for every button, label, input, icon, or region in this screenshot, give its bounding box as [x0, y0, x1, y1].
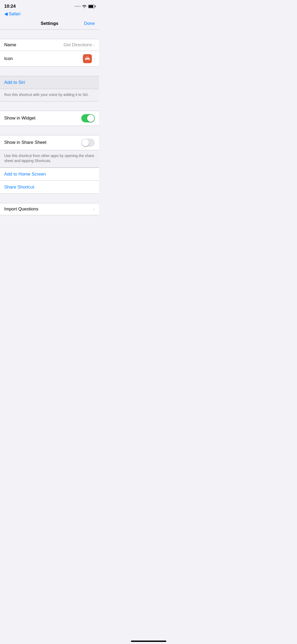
battery-icon: [88, 5, 95, 8]
show-in-widget-label: Show in Widget: [4, 116, 35, 121]
show-in-share-sheet-toggle[interactable]: [81, 139, 95, 147]
action-group: Add to Home Screen Share Shortcut: [0, 168, 99, 194]
siri-desc-text: Run this shortcut with your voice by add…: [4, 93, 89, 97]
back-link[interactable]: ◀ Safari: [4, 11, 95, 17]
name-icon-group: Name Get Directions › Icon ›: [0, 39, 99, 67]
import-questions-row[interactable]: Import Questions ›: [0, 203, 99, 215]
show-in-widget-row[interactable]: Show in Widget: [0, 111, 99, 126]
show-in-share-sheet-label: Show in Share Sheet: [4, 140, 46, 145]
status-time: 10:24: [4, 4, 16, 9]
name-chevron-icon: ›: [93, 43, 95, 47]
nav-bar: Settings Done: [0, 19, 99, 30]
back-label: Safari: [9, 11, 20, 17]
bottom-spacer: [0, 215, 99, 236]
icon-chevron-icon: ›: [93, 57, 95, 61]
siri-section: Add to Siri Run this shortcut with your …: [0, 76, 99, 102]
status-bar: 10:24: [0, 0, 99, 10]
icon-label: Icon: [4, 56, 13, 61]
import-questions-label: Import Questions: [4, 206, 38, 212]
toggle-thumb: [87, 115, 94, 122]
share-shortcut-row[interactable]: Share Shortcut: [0, 181, 99, 194]
back-navigation[interactable]: ◀ Safari: [0, 10, 99, 19]
show-in-widget-toggle[interactable]: [81, 114, 95, 122]
icon-value: ›: [83, 54, 95, 63]
name-value: Get Directions ›: [64, 42, 95, 48]
share-shortcut-label: Share Shortcut: [4, 185, 34, 190]
wifi-icon: [82, 5, 87, 8]
import-questions-chevron-icon: ›: [93, 207, 95, 211]
import-questions-group: Import Questions ›: [0, 203, 99, 215]
section-gap-4: [0, 126, 99, 135]
signal-icon: [75, 6, 81, 7]
section-gap-1: [0, 30, 99, 39]
section-gap-3: [0, 102, 99, 111]
widget-group: Show in Widget: [0, 111, 99, 126]
add-to-home-screen-label: Add to Home Screen: [4, 172, 46, 177]
share-sheet-section: Show in Share Sheet Use this shortcut fr…: [0, 135, 99, 168]
import-questions-value: ›: [93, 207, 95, 211]
share-sheet-description: Use this shortcut from other apps by ope…: [0, 150, 99, 167]
car-icon: [85, 57, 90, 61]
done-button[interactable]: Done: [82, 21, 95, 26]
back-arrow-icon: ◀: [4, 11, 8, 17]
status-icons: [75, 5, 95, 8]
siri-description: Run this shortcut with your voice by add…: [0, 89, 99, 101]
section-gap-5: [0, 194, 99, 203]
icon-row[interactable]: Icon ›: [0, 51, 99, 66]
add-to-home-screen-row[interactable]: Add to Home Screen: [0, 168, 99, 181]
share-sheet-desc-text: Use this shortcut from other apps by ope…: [4, 154, 94, 163]
shortcut-app-icon: [83, 54, 92, 63]
add-to-siri-label: Add to Siri: [4, 80, 25, 85]
section-gap-2: [0, 67, 99, 76]
page-title: Settings: [17, 21, 82, 26]
name-label: Name: [4, 42, 16, 48]
name-value-text: Get Directions: [64, 42, 92, 48]
show-in-share-sheet-row[interactable]: Show in Share Sheet: [0, 135, 99, 150]
name-row[interactable]: Name Get Directions ›: [0, 39, 99, 51]
add-to-siri-row[interactable]: Add to Siri: [0, 76, 99, 89]
share-toggle-thumb: [82, 139, 89, 146]
